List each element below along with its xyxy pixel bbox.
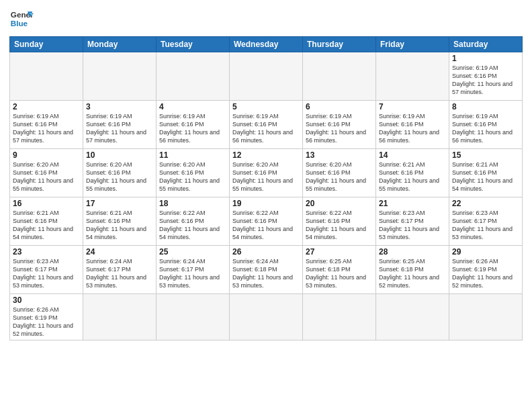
page-header: General Blue (9, 7, 523, 31)
day-info: Sunrise: 6:20 AM Sunset: 6:16 PM Dayligh… (86, 161, 153, 193)
day-info: Sunrise: 6:21 AM Sunset: 6:16 PM Dayligh… (452, 161, 519, 193)
calendar-day-cell: 20Sunrise: 6:22 AM Sunset: 6:16 PM Dayli… (303, 197, 376, 246)
day-number: 16 (13, 199, 80, 208)
day-info: Sunrise: 6:20 AM Sunset: 6:16 PM Dayligh… (159, 161, 226, 193)
day-info: Sunrise: 6:22 AM Sunset: 6:16 PM Dayligh… (159, 209, 226, 242)
day-number: 30 (13, 295, 80, 305)
calendar-day-cell: 6Sunrise: 6:19 AM Sunset: 6:16 PM Daylig… (303, 101, 376, 149)
calendar-table: SundayMondayTuesdayWednesdayThursdayFrid… (9, 36, 523, 340)
calendar-day-cell (83, 294, 157, 340)
calendar-week-row: 1Sunrise: 6:19 AM Sunset: 6:16 PM Daylig… (10, 52, 523, 101)
svg-text:Blue: Blue (11, 19, 28, 28)
calendar-day-cell: 15Sunrise: 6:21 AM Sunset: 6:16 PM Dayli… (449, 149, 523, 197)
calendar-day-cell: 12Sunrise: 6:20 AM Sunset: 6:16 PM Dayli… (230, 149, 303, 197)
day-info: Sunrise: 6:25 AM Sunset: 6:18 PM Dayligh… (306, 257, 373, 290)
day-info: Sunrise: 6:22 AM Sunset: 6:16 PM Dayligh… (232, 209, 300, 242)
calendar-day-cell: 7Sunrise: 6:19 AM Sunset: 6:16 PM Daylig… (376, 101, 449, 149)
calendar-day-cell (303, 52, 376, 101)
calendar-day-cell: 11Sunrise: 6:20 AM Sunset: 6:16 PM Dayli… (157, 149, 230, 197)
calendar-header-tuesday: Tuesday (157, 37, 230, 52)
generalblue-logo-icon: General Blue (9, 7, 34, 31)
day-number: 22 (452, 199, 519, 208)
calendar-day-cell (157, 52, 230, 101)
day-info: Sunrise: 6:19 AM Sunset: 6:16 PM Dayligh… (379, 112, 446, 145)
day-info: Sunrise: 6:20 AM Sunset: 6:16 PM Dayligh… (232, 161, 300, 193)
calendar-day-cell: 21Sunrise: 6:23 AM Sunset: 6:17 PM Dayli… (376, 197, 449, 246)
day-info: Sunrise: 6:19 AM Sunset: 6:16 PM Dayligh… (452, 64, 519, 97)
calendar-day-cell: 22Sunrise: 6:23 AM Sunset: 6:17 PM Dayli… (449, 197, 523, 246)
calendar-day-cell: 28Sunrise: 6:25 AM Sunset: 6:18 PM Dayli… (376, 246, 449, 294)
day-info: Sunrise: 6:23 AM Sunset: 6:17 PM Dayligh… (13, 257, 80, 290)
day-number: 21 (379, 199, 446, 208)
day-info: Sunrise: 6:23 AM Sunset: 6:17 PM Dayligh… (379, 209, 446, 242)
day-number: 5 (232, 102, 300, 111)
day-number: 10 (86, 150, 153, 160)
day-info: Sunrise: 6:23 AM Sunset: 6:17 PM Dayligh… (452, 209, 519, 242)
calendar-header-wednesday: Wednesday (230, 37, 303, 52)
calendar-day-cell: 13Sunrise: 6:20 AM Sunset: 6:16 PM Dayli… (303, 149, 376, 197)
calendar-header-monday: Monday (83, 37, 157, 52)
day-info: Sunrise: 6:21 AM Sunset: 6:16 PM Dayligh… (379, 161, 446, 193)
day-number: 24 (86, 247, 153, 257)
calendar-day-cell: 29Sunrise: 6:26 AM Sunset: 6:19 PM Dayli… (449, 246, 523, 294)
calendar-header-friday: Friday (376, 37, 449, 52)
calendar-day-cell (230, 294, 303, 340)
day-number: 4 (159, 102, 226, 111)
calendar-day-cell: 14Sunrise: 6:21 AM Sunset: 6:16 PM Dayli… (376, 149, 449, 197)
day-number: 28 (379, 247, 446, 257)
day-number: 9 (13, 150, 80, 160)
calendar-day-cell: 26Sunrise: 6:24 AM Sunset: 6:18 PM Dayli… (230, 246, 303, 294)
calendar-day-cell: 17Sunrise: 6:21 AM Sunset: 6:16 PM Dayli… (83, 197, 157, 246)
calendar-day-cell: 16Sunrise: 6:21 AM Sunset: 6:16 PM Dayli… (10, 197, 83, 246)
calendar-day-cell: 19Sunrise: 6:22 AM Sunset: 6:16 PM Dayli… (230, 197, 303, 246)
day-info: Sunrise: 6:26 AM Sunset: 6:19 PM Dayligh… (13, 306, 80, 338)
day-number: 20 (306, 199, 373, 208)
day-info: Sunrise: 6:26 AM Sunset: 6:19 PM Dayligh… (452, 257, 519, 290)
calendar-day-cell: 27Sunrise: 6:25 AM Sunset: 6:18 PM Dayli… (303, 246, 376, 294)
calendar-header-thursday: Thursday (303, 37, 376, 52)
day-number: 1 (452, 54, 519, 63)
calendar-day-cell: 4Sunrise: 6:19 AM Sunset: 6:16 PM Daylig… (157, 101, 230, 149)
calendar-day-cell (230, 52, 303, 101)
day-number: 11 (159, 150, 226, 160)
day-number: 6 (306, 102, 373, 111)
day-number: 3 (86, 102, 153, 111)
calendar-day-cell (83, 52, 157, 101)
day-number: 14 (379, 150, 446, 160)
day-number: 2 (13, 102, 80, 111)
calendar-day-cell (303, 294, 376, 340)
day-number: 29 (452, 247, 519, 257)
calendar-week-row: 2Sunrise: 6:19 AM Sunset: 6:16 PM Daylig… (10, 101, 523, 149)
calendar-day-cell: 24Sunrise: 6:24 AM Sunset: 6:17 PM Dayli… (83, 246, 157, 294)
day-number: 26 (232, 247, 300, 257)
day-info: Sunrise: 6:20 AM Sunset: 6:16 PM Dayligh… (306, 161, 373, 193)
day-info: Sunrise: 6:22 AM Sunset: 6:16 PM Dayligh… (306, 209, 373, 242)
calendar-day-cell: 1Sunrise: 6:19 AM Sunset: 6:16 PM Daylig… (449, 52, 523, 101)
day-info: Sunrise: 6:19 AM Sunset: 6:16 PM Dayligh… (86, 112, 153, 145)
calendar-day-cell (10, 52, 83, 101)
calendar-week-row: 16Sunrise: 6:21 AM Sunset: 6:16 PM Dayli… (10, 197, 523, 246)
calendar-header-row: SundayMondayTuesdayWednesdayThursdayFrid… (10, 37, 523, 52)
calendar-day-cell (449, 294, 523, 340)
calendar-week-row: 30Sunrise: 6:26 AM Sunset: 6:19 PM Dayli… (10, 294, 523, 340)
day-info: Sunrise: 6:19 AM Sunset: 6:16 PM Dayligh… (232, 112, 300, 145)
day-info: Sunrise: 6:19 AM Sunset: 6:16 PM Dayligh… (306, 112, 373, 145)
day-info: Sunrise: 6:24 AM Sunset: 6:17 PM Dayligh… (86, 257, 153, 290)
calendar-day-cell (376, 52, 449, 101)
day-number: 7 (379, 102, 446, 111)
day-number: 13 (306, 150, 373, 160)
day-number: 25 (159, 247, 226, 257)
day-info: Sunrise: 6:24 AM Sunset: 6:17 PM Dayligh… (159, 257, 226, 290)
calendar-day-cell: 23Sunrise: 6:23 AM Sunset: 6:17 PM Dayli… (10, 246, 83, 294)
day-number: 18 (159, 199, 226, 208)
calendar-week-row: 9Sunrise: 6:20 AM Sunset: 6:16 PM Daylig… (10, 149, 523, 197)
day-info: Sunrise: 6:24 AM Sunset: 6:18 PM Dayligh… (232, 257, 300, 290)
calendar-day-cell (376, 294, 449, 340)
calendar-day-cell: 10Sunrise: 6:20 AM Sunset: 6:16 PM Dayli… (83, 149, 157, 197)
day-info: Sunrise: 6:19 AM Sunset: 6:16 PM Dayligh… (159, 112, 226, 145)
calendar-day-cell: 2Sunrise: 6:19 AM Sunset: 6:16 PM Daylig… (10, 101, 83, 149)
calendar-day-cell: 25Sunrise: 6:24 AM Sunset: 6:17 PM Dayli… (157, 246, 230, 294)
logo: General Blue (9, 7, 34, 31)
calendar-header-saturday: Saturday (449, 37, 523, 52)
day-number: 17 (86, 199, 153, 208)
